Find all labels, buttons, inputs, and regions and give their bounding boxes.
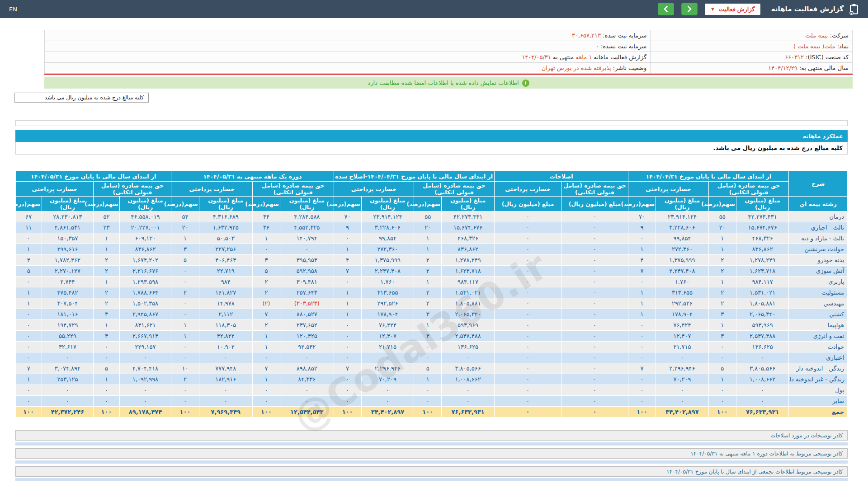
cell-value: ۱ bbox=[94, 374, 119, 385]
cell-value: ۰ bbox=[442, 352, 495, 363]
cell-value: ۴۶,۵۵۸,۰۱۹ bbox=[119, 211, 171, 222]
cell-value: ۲,۲۹۶,۹۴۶ bbox=[361, 363, 414, 374]
table-row: مهندسي۱,۸۰۵,۸۸۱۲۲۹۲,۵۲۶۱۰۰۱,۸۰۵,۸۸۱۲۲۹۲,… bbox=[16, 298, 848, 309]
cell-value: ۱ bbox=[708, 320, 736, 331]
report-period-value: ۱ ماهه bbox=[576, 54, 592, 61]
cell-value: ۱۰۰ bbox=[94, 407, 119, 418]
table-row: آتش سوزي۱,۶۲۳,۷۱۸۲۲,۲۴۷,۴۰۸۷۰۰۱,۶۲۳,۷۱۸۲… bbox=[16, 266, 848, 277]
cell-value: ۹۸۴,۱۱۷ bbox=[736, 277, 789, 287]
cell-value: ۲ bbox=[252, 287, 280, 298]
cell-value: ۰ bbox=[252, 244, 280, 255]
cell-value: ۰ bbox=[414, 385, 442, 396]
cell-value: ۱ bbox=[628, 298, 656, 309]
cell-value: ۱۲,۵۴۴,۵۴۳ bbox=[280, 407, 334, 418]
cell-value: ۰ bbox=[494, 342, 561, 352]
previous-report-button[interactable] bbox=[658, 3, 674, 15]
cell-value: ۰ bbox=[280, 352, 334, 363]
col-amount-1-0: مبلغ (میلیون ریال) bbox=[561, 197, 628, 211]
cell-value: ۲ bbox=[94, 287, 119, 298]
cell-value: ۱۸۲,۹۱۶ bbox=[199, 374, 252, 385]
cell-value: ۰ bbox=[494, 266, 561, 277]
cell-value: (۳۰۳,۵۲۳) bbox=[280, 298, 334, 309]
table-row: باربري۹۸۴,۱۱۷۱۱,۷۶۰۰۰۰۹۸۴,۱۱۷۱۱,۷۶۰۰۳۰۹,… bbox=[16, 277, 848, 287]
cell-value: ۲,۲۴۷,۴۰۸ bbox=[361, 266, 414, 277]
company-value: بیمه ملت bbox=[805, 32, 828, 39]
cell-value: ۰ bbox=[16, 342, 42, 352]
row-label: پول bbox=[789, 385, 848, 396]
cell-value: ۷۰,۲۰۹ bbox=[656, 374, 709, 385]
corrections-note-input[interactable] bbox=[15, 442, 848, 446]
cell-value: ۲۰ bbox=[171, 222, 199, 233]
row-label: اعتباري bbox=[789, 352, 848, 363]
cell-value: ۰ bbox=[16, 320, 42, 331]
cell-value: ۰ bbox=[334, 385, 361, 396]
cell-value: ۱۲,۴۰۷ bbox=[361, 331, 414, 342]
cell-value: ۷ bbox=[628, 266, 656, 277]
cell-value: ۱,۸۰۵,۸۸۱ bbox=[442, 298, 495, 309]
cell-value: ۳۴ bbox=[252, 211, 280, 222]
cell-value: ۱ bbox=[252, 331, 280, 342]
group-header-4: از ابتدای سال مالی تا پایان مورخ ۱۴۰۴/۰۵… bbox=[16, 171, 171, 182]
cell-value: ۰ bbox=[171, 277, 199, 287]
cell-value: ۰ bbox=[561, 287, 628, 298]
cell-value: ۱۰۰ bbox=[708, 407, 736, 418]
col-amount-3-0: مبلغ (میلیون ریال) bbox=[280, 197, 334, 211]
empty-row bbox=[15, 120, 848, 126]
report-type-dropdown[interactable]: گزارش فعالیت ▼ bbox=[705, 4, 760, 15]
cell-value: ۰ bbox=[171, 298, 199, 309]
table-row: اعتباري۰۰۰۰۰۰۰۰۰۰۰۰۰۰۰۰۰۰ bbox=[16, 352, 848, 363]
cell-value: ۰ bbox=[494, 352, 561, 363]
cell-value: ۸۳۶,۸۶۲ bbox=[736, 244, 789, 255]
cell-value: ۱,۵۰۲,۳۵۸ bbox=[119, 298, 171, 309]
cell-value: ۵ bbox=[94, 363, 119, 374]
subheader-loss-2: خسارت پرداختی bbox=[334, 182, 414, 197]
cell-value: ۲,۹۴۵,۸۶۷ bbox=[119, 309, 171, 320]
cell-value: ۱,۲۹۳,۵۹۸ bbox=[119, 277, 171, 287]
cumulative-note-input[interactable] bbox=[15, 478, 848, 481]
cell-value: ۰ bbox=[561, 363, 628, 374]
cell-value: ۰ bbox=[494, 320, 561, 331]
cell-value: ۳ bbox=[171, 244, 199, 255]
cell-value: ۱۰,۹۰۲ bbox=[199, 342, 252, 352]
signature-match-text: اطلاعات نمایش داده شده با اطلاعات امضا ش… bbox=[368, 80, 519, 86]
cell-value: ۹۹,۸۵۴ bbox=[656, 233, 709, 244]
symbol-value: ملت( بیمه ملت ) bbox=[793, 43, 835, 50]
cell-value: ۹۸۴ bbox=[199, 277, 252, 287]
cell-value: ۱ bbox=[171, 331, 199, 342]
cell-value: ۴ bbox=[16, 255, 42, 266]
issuer-status-value: پذیرفته شده در بورس تهران bbox=[542, 65, 611, 71]
cell-value: ۲۱,۷۱۵ bbox=[361, 342, 414, 352]
language-en-link[interactable]: EN bbox=[9, 6, 17, 13]
unregistered-capital-cell: سرمایه ثبت نشده: ۰ bbox=[384, 41, 651, 52]
cell-value: ۱ bbox=[16, 244, 42, 255]
cell-value: ۴,۵۵۲,۳۲۵ bbox=[280, 222, 334, 233]
cell-value: ۱,۰۰۸,۶۶۲ bbox=[442, 374, 495, 385]
cell-value: ۰ bbox=[442, 396, 495, 407]
cell-value: ۱ bbox=[628, 309, 656, 320]
subheader-premium-2: حق بیمه صادره (شامل قبولی اتکایی) bbox=[414, 182, 495, 197]
row-label: جمع bbox=[789, 407, 848, 418]
cell-value: ۰ bbox=[561, 309, 628, 320]
cell-value: ۵۵ bbox=[708, 211, 736, 222]
period-note-input[interactable] bbox=[15, 460, 848, 464]
cell-value: ۵ bbox=[414, 363, 442, 374]
row-label: حوادث سرنشین bbox=[789, 244, 848, 255]
issuer-status-cell: وضعیت ناشر: پذیرفته شده در بورس تهران bbox=[384, 63, 651, 74]
table-row: نفت و انرژي۲,۵۴۷,۴۸۸۳۱۲,۴۰۷۰۰۰۲,۵۴۷,۴۸۸۳… bbox=[16, 331, 848, 342]
cell-value: ۵۹۳,۹۶۹ bbox=[736, 320, 789, 331]
cell-value: ۳ bbox=[708, 309, 736, 320]
cell-value: ۲ bbox=[171, 287, 199, 298]
cell-value: ۰ bbox=[334, 233, 361, 244]
cell-value: ۰ bbox=[171, 266, 199, 277]
cell-value: ۳ bbox=[414, 331, 442, 342]
next-report-button[interactable] bbox=[681, 3, 698, 15]
cell-value: ۰ bbox=[561, 342, 628, 352]
cell-value: ۵۹۳,۹۶۹ bbox=[442, 320, 495, 331]
cell-value: ۰ bbox=[414, 342, 442, 352]
cell-value: ۱ bbox=[252, 233, 280, 244]
cell-value: ۱۰۰ bbox=[334, 407, 361, 418]
cell-value: ۷۶,۴۲۴ bbox=[361, 320, 414, 331]
cell-value: ۱,۷۸۲,۴۶۲ bbox=[42, 255, 94, 266]
row-label: زندگي - اندوخته دار bbox=[789, 363, 848, 374]
cell-value: ۰ bbox=[171, 342, 199, 352]
